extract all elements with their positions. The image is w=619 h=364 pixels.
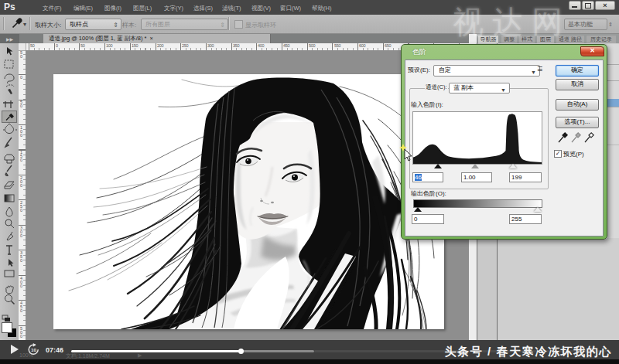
svg-text:10: 10 — [31, 347, 36, 352]
